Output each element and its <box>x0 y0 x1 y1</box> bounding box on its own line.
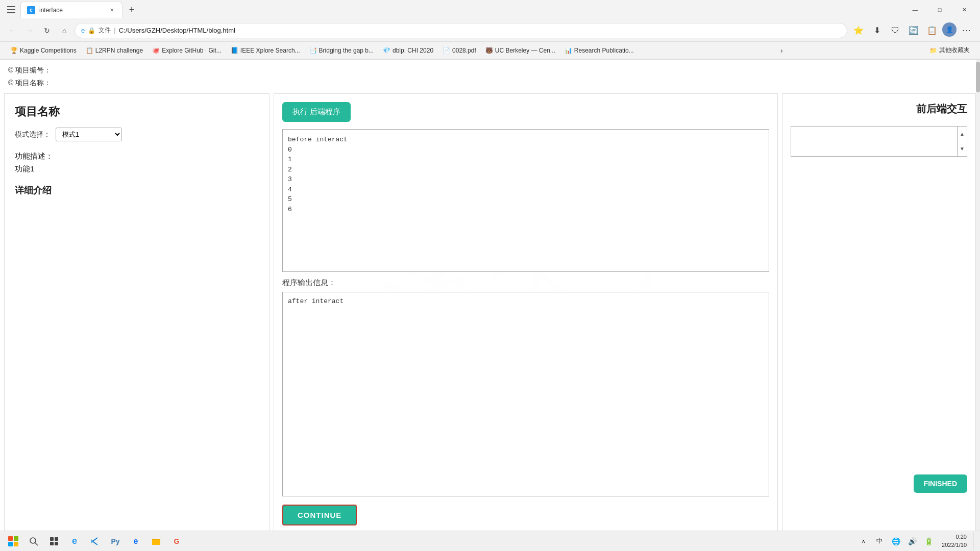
browser-sync-icon[interactable]: ⭐ <box>850 22 867 39</box>
shield-icon[interactable]: 🛡 <box>887 22 903 39</box>
frontend-backend-title: 前后端交互 <box>791 102 967 116</box>
toolbar-icons: ⭐ ⬇ 🛡 🔄 📋 👤 ··· <box>850 22 975 39</box>
task-view-button[interactable] <box>45 532 63 550</box>
bookmark-icon: 🐙 <box>152 47 160 54</box>
svg-rect-5 <box>50 537 54 541</box>
main-layout: 项目名称 模式选择： 模式1 模式2 模式3 功能描述： 功能1 详细介绍 执行… <box>4 93 976 531</box>
tab-title: interface <box>39 7 104 14</box>
svg-rect-6 <box>55 537 58 541</box>
project-name-label: 项目名称 <box>15 104 259 119</box>
download-icon[interactable]: ⬇ <box>869 22 885 39</box>
detail-intro-label: 详细介绍 <box>15 184 259 196</box>
bookmark-pdf[interactable]: 📄 0028.pdf <box>438 45 480 56</box>
python-taskbar-icon[interactable]: Py <box>106 532 125 550</box>
new-tab-button[interactable]: + <box>125 3 139 17</box>
edge-icon: e <box>81 27 85 34</box>
bookmark-icon: 💎 <box>383 47 390 54</box>
start-button[interactable] <box>4 532 22 550</box>
home-button[interactable]: ⌂ <box>57 23 71 38</box>
explorer-taskbar-icon[interactable] <box>147 532 165 550</box>
tray-ime[interactable]: 中 <box>872 534 887 548</box>
active-tab[interactable]: e interface ✕ <box>20 1 122 18</box>
bookmark-label: Explore GitHub · Git... <box>162 47 222 54</box>
edge2-taskbar-icon[interactable]: e <box>127 532 145 550</box>
bookmark-icon: 🐻 <box>485 47 493 54</box>
page-content: 交通大学 © 项目编号： © 项目名称： 项目名称 模式选择： 模式1 模式2 … <box>0 60 980 531</box>
refresh-2-icon[interactable]: 🔄 <box>905 22 922 39</box>
clock-time: 0:20 <box>942 533 967 541</box>
lock-icon: 🔒 <box>88 27 95 34</box>
address-separator: | <box>114 27 115 34</box>
bookmark-l2rpn[interactable]: 📋 L2RPN challenge <box>82 45 147 56</box>
mode-select-row: 模式选择： 模式1 模式2 模式3 <box>15 128 259 141</box>
address-bar: ← → ↻ ⌂ e 🔒 文件 | C:/Users/GZH/Desktop/HT… <box>0 19 980 42</box>
bookmark-ieee[interactable]: 📘 IEEE Xplore Search... <box>227 45 304 56</box>
project-name-top-label: © 项目名称： <box>8 77 972 89</box>
bookmark-label: Kaggle Competitions <box>20 47 77 54</box>
tray-network[interactable]: 🌐 <box>889 534 903 548</box>
back-button[interactable]: ← <box>5 23 19 38</box>
profile-icon[interactable]: 👤 <box>942 22 957 37</box>
bookmarks-folder[interactable]: 📁 其他收藏夹 <box>925 44 974 57</box>
maximize-button[interactable]: □ <box>928 0 951 19</box>
output-box: before interact 0 1 2 3 4 5 6 <box>282 129 769 272</box>
bookmark-github[interactable]: 🐙 Explore GitHub · Git... <box>148 45 226 56</box>
bookmark-dblp[interactable]: 💎 dblp: CHI 2020 <box>379 45 437 56</box>
execute-button[interactable]: 执行 后端程序 <box>282 102 351 122</box>
address-protocol: 文件 <box>99 26 111 35</box>
windows-logo <box>8 536 18 546</box>
after-output-box: after interact <box>282 292 769 496</box>
tray-battery[interactable]: 🔋 <box>921 534 936 548</box>
finished-button[interactable]: FINISHED <box>914 474 967 493</box>
show-desktop-button[interactable] <box>973 532 976 550</box>
mode-select-label: 模式选择： <box>15 130 51 139</box>
bookmark-research[interactable]: 📊 Research Publicatio... <box>560 45 638 56</box>
bookmark-label: Research Publicatio... <box>574 47 634 54</box>
svg-line-4 <box>35 542 38 545</box>
sidebar-toggle-button[interactable] <box>4 3 18 17</box>
right-panel: 前后端交互 ▲ ▼ FINISHED <box>782 93 976 531</box>
close-button[interactable]: ✕ <box>952 0 976 19</box>
project-number-label: © 项目编号： <box>8 64 972 77</box>
address-input[interactable]: e 🔒 文件 | C:/Users/GZH/Desktop/HTML/blog.… <box>75 23 847 38</box>
tray-chevron[interactable]: ∧ <box>856 534 870 548</box>
mode-select[interactable]: 模式1 模式2 模式3 <box>56 128 122 141</box>
refresh-button[interactable]: ↻ <box>40 23 54 38</box>
continue-btn-wrapper: CONTINUE <box>282 505 769 525</box>
tray-volume[interactable]: 🔊 <box>905 534 919 548</box>
git-taskbar-icon[interactable]: G <box>167 532 186 550</box>
continue-button[interactable]: CONTINUE <box>282 505 357 525</box>
bookmark-label: Bridging the gap b... <box>319 47 374 54</box>
svg-rect-7 <box>50 542 54 545</box>
bookmark-label: UC Berkeley — Cen... <box>495 47 555 54</box>
bookmark-label: 0028.pdf <box>452 47 476 54</box>
more-button[interactable]: ··· <box>959 22 975 39</box>
system-clock[interactable]: 0:20 2022/1/10 <box>938 533 971 549</box>
bookmarks-more-button[interactable]: › <box>777 44 786 57</box>
collection-icon[interactable]: 📋 <box>924 22 940 39</box>
scroll-up-button[interactable]: ▲ <box>958 127 967 141</box>
center-panel: 执行 后端程序 before interact 0 1 2 3 4 5 6 程序… <box>274 93 778 531</box>
svg-rect-0 <box>7 6 15 7</box>
tab-close-button[interactable]: ✕ <box>108 6 116 14</box>
function-desc-label: 功能描述： <box>15 152 259 161</box>
interact-input[interactable] <box>791 127 957 156</box>
taskbar: e Py e G ∧ 中 🌐 🔊 🔋 0:20 2022/1/10 <box>0 531 980 551</box>
minimize-button[interactable]: — <box>903 0 927 19</box>
scroll-down-button[interactable]: ▼ <box>958 141 967 156</box>
address-text: C:/Users/GZH/Desktop/HTML/blog.html <box>119 27 235 34</box>
page-scrollbar[interactable] <box>976 60 980 531</box>
bookmark-icon: 📋 <box>86 47 93 54</box>
left-panel: 项目名称 模式选择： 模式1 模式2 模式3 功能描述： 功能1 详细介绍 <box>4 93 270 531</box>
vscode-taskbar-icon[interactable] <box>86 532 104 550</box>
search-taskbar-button[interactable] <box>24 532 43 550</box>
function-name: 功能1 <box>15 164 259 174</box>
forward-button[interactable]: → <box>22 23 37 38</box>
edge-taskbar-icon[interactable]: e <box>65 532 84 550</box>
svg-rect-8 <box>55 542 58 545</box>
bookmark-uc-berkeley[interactable]: 🐻 UC Berkeley — Cen... <box>481 45 559 56</box>
bookmark-bridging[interactable]: 📑 Bridging the gap b... <box>305 45 378 56</box>
bookmark-kaggle[interactable]: 🏆 Kaggle Competitions <box>6 45 81 56</box>
svg-marker-9 <box>92 537 97 541</box>
bookmark-icon: 📘 <box>231 47 238 54</box>
